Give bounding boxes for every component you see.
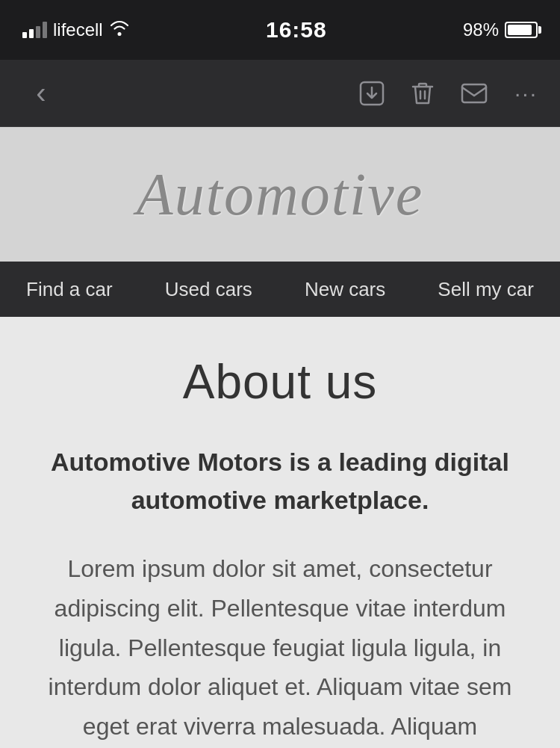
status-bar: lifecell 16:58 98% [0, 0, 560, 60]
delete-button[interactable] [411, 81, 434, 106]
battery-label: 98% [463, 19, 499, 40]
status-right: 98% [463, 19, 538, 40]
signal-bars-icon [22, 22, 47, 38]
status-time: 16:58 [266, 17, 327, 43]
site-header: Automotive [0, 127, 560, 262]
svg-rect-1 [462, 84, 486, 102]
more-button[interactable]: ··· [514, 81, 538, 106]
site-main-content: About us Automotive Motors is a leading … [0, 317, 560, 748]
about-title: About us [41, 354, 519, 409]
nav-actions: ··· [359, 81, 538, 106]
browser-nav-bar: ‹ ··· [0, 60, 560, 127]
site-nav: Find a car Used cars New cars Sell my ca… [0, 262, 560, 317]
nav-item-find-a-car[interactable]: Find a car [14, 271, 125, 309]
wifi-icon [109, 19, 130, 40]
site-logo: Automotive [137, 161, 423, 229]
status-left: lifecell [22, 19, 130, 40]
download-button[interactable] [359, 81, 385, 106]
back-button[interactable]: ‹ [22, 76, 60, 110]
carrier-label: lifecell [53, 19, 103, 40]
nav-item-used-cars[interactable]: Used cars [153, 271, 264, 309]
nav-item-sell-my-car[interactable]: Sell my car [426, 271, 546, 309]
about-tagline: Automotive Motors is a leading digital a… [41, 443, 519, 519]
website-content: Automotive Find a car Used cars New cars… [0, 127, 560, 748]
about-body: Lorem ipsum dolor sit amet, consectetur … [41, 549, 519, 748]
battery-icon [505, 22, 538, 38]
nav-item-new-cars[interactable]: New cars [293, 271, 397, 309]
mail-button[interactable] [461, 83, 488, 104]
